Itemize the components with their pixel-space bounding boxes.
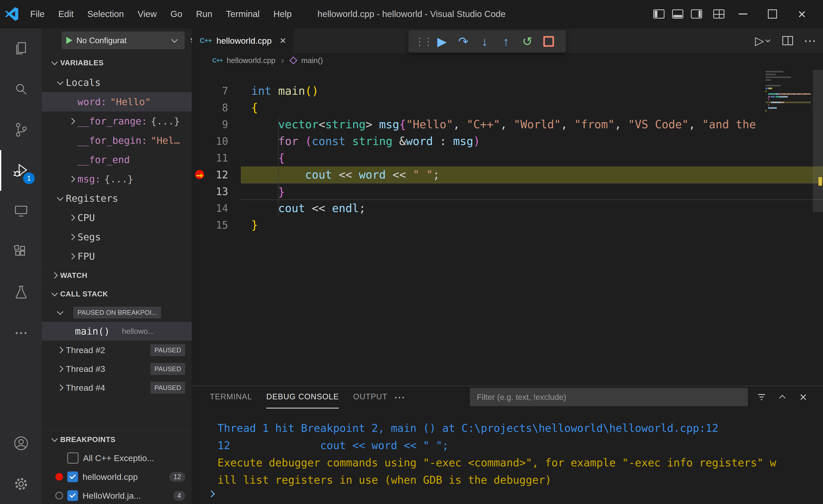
variable-row[interactable]: Registers [42, 189, 192, 208]
menu-item-view[interactable]: View [131, 5, 164, 23]
activity-extensions[interactable] [0, 231, 42, 272]
collapse-panel-icon[interactable] [775, 390, 790, 404]
variable-row[interactable]: word:"Hello" [42, 92, 192, 112]
close-button[interactable]: × [791, 0, 813, 28]
breadcrumb[interactable]: C++ helloworld.cpp › main() [192, 53, 823, 68]
menu-item-run[interactable]: Run [189, 5, 219, 23]
debug-step-over-button[interactable]: ↷ [454, 32, 473, 51]
editor-area: C++ helloworld.cpp × ▷ ⋯ ⋮⋮▶↷↓↑↺ C++ hel… [192, 28, 823, 504]
debug-settings-gear-icon[interactable] [189, 34, 192, 47]
console-prompt-icon[interactable] [209, 491, 823, 496]
activity-settings-gear-icon[interactable] [0, 464, 42, 504]
section-breakpoints[interactable]: BREAKPOINTS [42, 430, 192, 449]
chevron-right-icon [55, 363, 66, 374]
more-actions-icon[interactable]: ⋯ [804, 33, 816, 48]
variable-row[interactable]: __for_end [42, 150, 192, 169]
run-or-debug-button[interactable]: ▷ [755, 34, 772, 47]
breakpoint-gutter[interactable]: → [192, 166, 210, 183]
callstack-thread-row[interactable]: Thread #2PAUSED [42, 341, 192, 359]
debug-continue-button[interactable]: ▶ [432, 32, 452, 51]
code-line: 7int main() [192, 82, 823, 99]
close-panel-icon[interactable]: × [796, 390, 810, 404]
breakpoint-checkbox[interactable] [67, 453, 78, 464]
variable-row[interactable]: Segs [42, 227, 192, 247]
activity-more-icon[interactable] [0, 313, 42, 353]
panel-tab-output[interactable]: OUTPUT [353, 386, 387, 408]
variable-name: __for_end [77, 154, 130, 165]
debug-stop-button[interactable] [539, 32, 558, 51]
callstack-thread-row[interactable]: Thread #4PAUSED [42, 378, 192, 397]
split-editor-icon[interactable] [782, 36, 793, 45]
layout-sidebar-right-icon[interactable] [691, 9, 702, 19]
variable-row[interactable]: Locals [42, 73, 192, 92]
breadcrumb-file[interactable]: helloworld.cpp [226, 56, 275, 65]
paused-state-badge: PAUSED ON BREAKPOI... [73, 307, 161, 319]
variable-row[interactable]: FPU [42, 247, 192, 266]
variable-value: "Hel… [151, 135, 180, 146]
indent-guide [278, 184, 279, 199]
section-call-stack[interactable]: CALL STACK [42, 285, 192, 303]
layout-panel-icon[interactable] [672, 9, 683, 19]
debug-restart-button[interactable]: ↺ [518, 32, 537, 51]
debug-step-out-button[interactable]: ↑ [496, 32, 516, 51]
breakpoint-gutter[interactable] [192, 217, 210, 233]
start-debug-icon[interactable] [66, 37, 72, 44]
breakpoint-checkbox[interactable] [67, 472, 78, 482]
variable-row[interactable]: __for_begin:"Hel… [42, 131, 192, 150]
debug-step-into-button[interactable]: ↓ [475, 32, 494, 51]
menu-item-file[interactable]: File [23, 5, 51, 23]
customize-layout-icon[interactable] [713, 9, 724, 19]
panel-header: TERMINALDEBUG CONSOLEOUTPUT ⋯ × [192, 386, 823, 408]
variable-row[interactable]: CPU [42, 208, 192, 227]
menu-item-edit[interactable]: Edit [51, 5, 80, 23]
menu-item-terminal[interactable]: Terminal [219, 5, 267, 23]
activity-search[interactable] [0, 69, 42, 110]
activity-remote-explorer[interactable] [0, 191, 42, 231]
menu-item-go[interactable]: Go [164, 5, 189, 23]
callstack-frame-main[interactable]: main() hellowo... [42, 322, 192, 341]
layout-sidebar-left-icon[interactable] [653, 9, 664, 19]
activity-source-control[interactable] [0, 110, 42, 150]
chevron-right-icon [66, 231, 77, 242]
debug-filter-input[interactable] [470, 388, 748, 406]
breakpoint-gutter[interactable] [192, 116, 210, 133]
breakpoint-gutter[interactable] [192, 82, 210, 99]
breakpoint-gutter[interactable] [192, 133, 210, 150]
variable-row[interactable]: __for_range:{...} [42, 112, 192, 131]
panel-more-tabs-icon[interactable]: ⋯ [394, 391, 406, 404]
breakpoint-gutter[interactable] [192, 150, 210, 166]
section-watch[interactable]: WATCH [42, 266, 192, 285]
callstack-thread-1[interactable]: PAUSED ON BREAKPOI... [42, 303, 192, 322]
menu-bar: FileEditSelectionViewGoRunTerminalHelp [23, 5, 299, 23]
code-editor[interactable]: 7int main()8{9 vector<string> msg{"Hello… [192, 68, 823, 386]
editor-scrollbar[interactable] [813, 70, 823, 212]
breakpoint-dot-icon [51, 473, 67, 481]
activity-account[interactable] [0, 423, 42, 464]
activity-explorer[interactable] [0, 28, 42, 69]
callstack-thread-row[interactable]: Thread #3PAUSED [42, 359, 192, 378]
section-variables[interactable]: VARIABLES [42, 52, 192, 73]
breakpoint-row[interactable]: All C++ Exceptio... [42, 449, 192, 467]
minimize-button[interactable] [732, 0, 754, 28]
debug-configuration-dropdown[interactable]: No Configurat [62, 31, 185, 49]
panel-tab-debug-console[interactable]: DEBUG CONSOLE [266, 386, 339, 408]
tab-helloworld-cpp[interactable]: C++ helloworld.cpp × [192, 28, 294, 53]
menu-item-selection[interactable]: Selection [80, 5, 131, 23]
breakpoint-checkbox[interactable] [67, 490, 78, 501]
panel-tab-terminal[interactable]: TERMINAL [210, 386, 252, 408]
breakpoint-row[interactable]: helloworld.cpp12 [42, 467, 192, 486]
debug-console-output[interactable]: Thread 1 hit Breakpoint 2, main () at C:… [192, 408, 823, 504]
filter-icon[interactable] [755, 390, 769, 404]
breakpoint-gutter[interactable] [192, 183, 210, 200]
breakpoint-gutter[interactable] [192, 200, 210, 217]
breadcrumb-symbol[interactable]: main() [301, 56, 323, 65]
tab-close-icon[interactable]: × [280, 34, 286, 47]
breakpoint-row[interactable]: HelloWorld.ja...4 [42, 486, 192, 504]
activity-run-and-debug[interactable]: 1 [0, 150, 42, 191]
minimap[interactable] [766, 71, 811, 113]
menu-item-help[interactable]: Help [267, 5, 299, 23]
breakpoint-gutter[interactable] [192, 99, 210, 116]
activity-testing[interactable] [0, 272, 42, 313]
variable-row[interactable]: msg:{...} [42, 169, 192, 189]
maximize-button[interactable] [762, 0, 783, 28]
